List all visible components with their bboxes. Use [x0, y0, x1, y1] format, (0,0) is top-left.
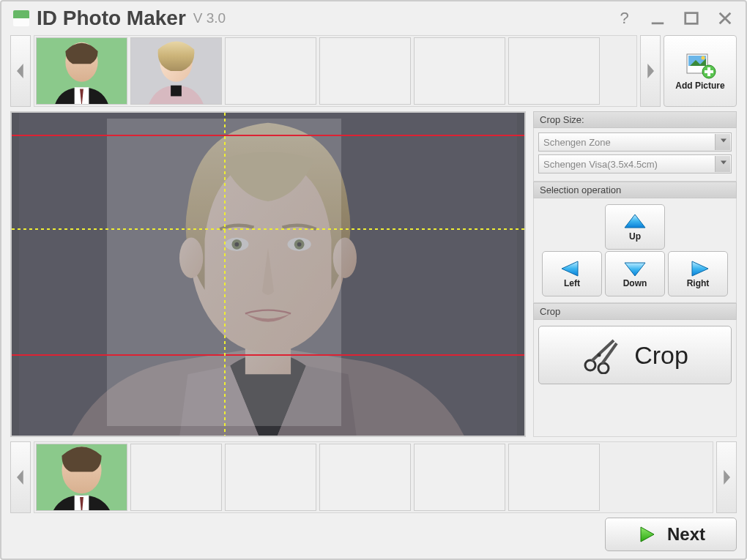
result-thumb-empty[interactable] [508, 444, 600, 511]
svg-point-27 [598, 363, 609, 373]
minimize-button[interactable] [647, 8, 668, 29]
app-version: V 3.0 [193, 10, 226, 26]
next-button[interactable]: Next [605, 518, 737, 551]
svg-point-11 [702, 56, 705, 60]
source-thumb-empty[interactable] [319, 37, 411, 105]
source-scroll-left[interactable] [10, 35, 31, 107]
result-thumbstrip [10, 441, 737, 513]
format-select[interactable]: Schengen Visa(3.5x4.5cm) [538, 154, 732, 173]
move-down-button[interactable]: Down [605, 251, 665, 296]
crop-section-header: Crop [533, 303, 737, 320]
source-thumbstrip: Add Picture [10, 35, 737, 107]
result-thumb-empty[interactable] [319, 444, 411, 511]
chevron-right-icon [645, 64, 655, 78]
source-scroll-right[interactable] [640, 35, 661, 107]
arrow-down-icon [623, 259, 647, 278]
result-thumb-empty[interactable] [414, 444, 505, 511]
app-icon [12, 9, 31, 28]
app-title: ID Photo Maker [37, 7, 186, 30]
source-thumbs [34, 35, 637, 107]
crop-button-label: Crop [634, 341, 688, 370]
close-icon [717, 10, 733, 26]
minimize-icon [650, 10, 666, 26]
scissors-icon [581, 336, 620, 374]
top-guide [12, 135, 524, 136]
play-icon [636, 524, 657, 545]
svg-rect-14 [705, 70, 713, 73]
bottom-guide [12, 354, 524, 356]
result-scroll-left[interactable] [10, 441, 31, 513]
help-button[interactable]: ? [614, 8, 634, 29]
maximize-icon [683, 10, 699, 26]
help-icon: ? [616, 10, 632, 26]
chevron-right-icon [721, 470, 732, 485]
result-thumbs [34, 441, 713, 513]
dropdown-icon [721, 161, 726, 168]
app-window: ID Photo Maker V 3.0 ? [0, 0, 747, 560]
next-label: Next [667, 524, 705, 545]
arrow-right-icon [686, 259, 710, 278]
add-picture-icon [684, 51, 716, 79]
move-left-button[interactable]: Left [542, 251, 602, 296]
crop-canvas[interactable] [10, 111, 526, 437]
result-thumb-1[interactable] [36, 444, 127, 511]
result-scroll-right[interactable] [716, 441, 737, 513]
format-select-value: Schengen Visa(3.5x4.5cm) [543, 159, 658, 170]
zone-select-value: Schengen Zone [543, 137, 611, 148]
svg-rect-8 [171, 86, 182, 97]
close-button[interactable] [715, 8, 735, 29]
side-panel: Crop Size: Schengen Zone Schengen Visa(3… [533, 111, 737, 437]
maximize-button[interactable] [681, 8, 702, 29]
result-thumb-empty[interactable] [225, 444, 316, 511]
dpad: Up Left Down [538, 203, 732, 298]
source-thumb-empty[interactable] [508, 37, 600, 105]
arrow-up-icon [623, 212, 647, 231]
add-picture-label: Add Picture [675, 81, 724, 91]
eye-line [12, 228, 524, 230]
source-thumb-1[interactable] [36, 37, 127, 105]
svg-text:?: ? [620, 10, 629, 26]
crop-size-header: Crop Size: [533, 111, 737, 128]
source-thumb-empty[interactable] [414, 37, 505, 105]
move-up-button[interactable]: Up [605, 204, 665, 250]
dropdown-icon [721, 139, 726, 146]
add-picture-button[interactable]: Add Picture [664, 35, 737, 107]
svg-point-28 [598, 354, 601, 357]
titlebar: ID Photo Maker V 3.0 ? [1, 1, 746, 35]
crop-button[interactable]: Crop [538, 326, 732, 384]
chevron-left-icon [15, 470, 26, 485]
svg-rect-2 [685, 13, 698, 24]
selection-op-header: Selection operation [533, 182, 737, 198]
result-thumb-empty[interactable] [130, 444, 222, 511]
center-line [224, 113, 226, 436]
svg-rect-1 [652, 23, 664, 25]
chevron-left-icon [15, 64, 26, 78]
source-thumb-2[interactable] [130, 37, 222, 105]
zone-select[interactable]: Schengen Zone [538, 132, 732, 152]
svg-point-26 [585, 360, 595, 370]
move-right-button[interactable]: Right [668, 251, 728, 296]
arrow-left-icon [560, 259, 584, 278]
source-thumb-empty[interactable] [225, 37, 316, 105]
